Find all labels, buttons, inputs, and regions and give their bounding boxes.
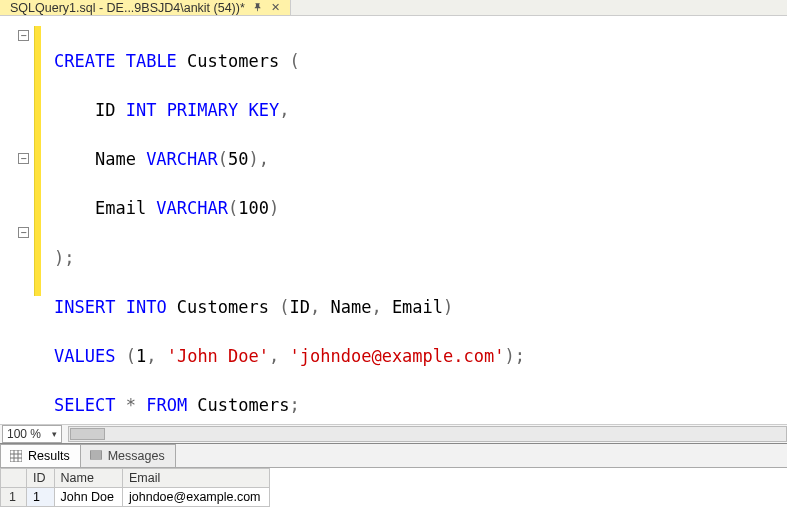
row-header[interactable]: 1 [1,488,27,507]
cell-email[interactable]: johndoe@example.com [123,488,270,507]
modified-marker [34,26,41,296]
results-tab-strip: Results Messages [0,443,787,467]
cell-id[interactable]: 1 [27,488,55,507]
col-header-name[interactable]: Name [54,469,123,488]
tab-results[interactable]: Results [0,444,81,467]
message-icon [89,449,103,463]
fold-toggle-icon[interactable]: − [18,153,29,164]
grid-header-row: ID Name Email [1,469,270,488]
results-grid[interactable]: ID Name Email 1 1 John Doe johndoe@examp… [0,468,270,507]
table-row[interactable]: 1 1 John Doe johndoe@example.com [1,488,270,507]
fold-toggle-icon[interactable]: − [18,227,29,238]
sql-editor[interactable]: − − − CREATE TABLE Customers ( ID INT PR… [0,16,787,424]
code-area[interactable]: CREATE TABLE Customers ( ID INT PRIMARY … [42,24,787,424]
zoom-bar: 100 % ▾ [0,424,787,443]
document-tab-bar: SQLQuery1.sql - DE...9BSJD4\ankit (54))*… [0,0,787,16]
svg-rect-0 [10,450,22,462]
tab-results-label: Results [28,449,70,463]
grid-corner[interactable] [1,469,27,488]
close-icon[interactable]: ✕ [271,2,280,13]
zoom-value: 100 % [7,427,41,441]
pin-icon[interactable] [253,2,263,14]
col-header-id[interactable]: ID [27,469,55,488]
document-tab-title: SQLQuery1.sql - DE...9BSJD4\ankit (54))* [10,1,245,15]
grid-icon [9,449,23,463]
cell-name[interactable]: John Doe [54,488,123,507]
zoom-combo[interactable]: 100 % ▾ [2,425,62,443]
col-header-email[interactable]: Email [123,469,270,488]
document-tab-active[interactable]: SQLQuery1.sql - DE...9BSJD4\ankit (54))*… [0,0,291,15]
results-grid-area: ID Name Email 1 1 John Doe johndoe@examp… [0,467,787,507]
gutter: − − − [0,24,42,424]
chevron-down-icon[interactable]: ▾ [52,429,57,439]
horizontal-scrollbar[interactable] [68,426,787,442]
editor-wrap: − − − CREATE TABLE Customers ( ID INT PR… [0,16,787,507]
tab-messages[interactable]: Messages [80,444,176,467]
fold-toggle-icon[interactable]: − [18,30,29,41]
tab-messages-label: Messages [108,449,165,463]
scrollbar-thumb[interactable] [70,428,105,440]
